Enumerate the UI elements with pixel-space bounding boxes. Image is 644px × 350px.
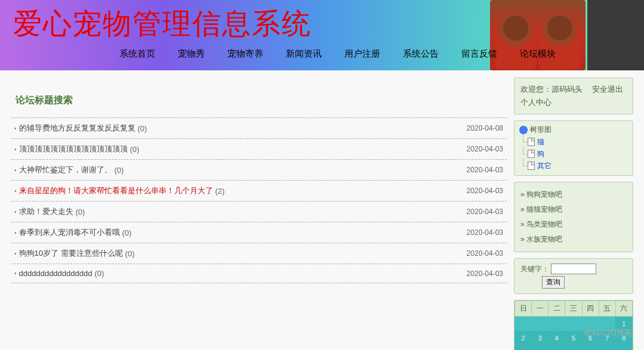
forum-row[interactable]: •来自星星的狗！请大家帮忙看看是什么串串！几个月大了 (2)2020-04-03 xyxy=(11,181,507,202)
nav-item-4[interactable]: 用户注册 xyxy=(344,48,380,60)
forum-post-date: 2020-04-03 xyxy=(467,228,503,237)
calendar-day[interactable]: 10 xyxy=(532,345,549,350)
forum-post-count: (0) xyxy=(125,249,135,258)
keyword-search-panel: 关键字： 查询 xyxy=(514,258,633,294)
forum-row[interactable]: •顶顶顶顶顶顶顶顶顶顶顶顶顶顶 (0)2020-04-03 xyxy=(11,139,507,160)
forum-post-date: 2020-04-08 xyxy=(467,124,503,132)
main-content: 论坛标题搜索 •的辅导费地方反反复复发反反复复 (0)2020-04-08•顶顶… xyxy=(11,78,507,350)
header-dark-strip xyxy=(587,0,644,70)
nav-item-7[interactable]: 论坛模块 xyxy=(520,48,556,60)
calendar-weekday: 六 xyxy=(615,301,632,317)
logout-link[interactable]: 安全退出 xyxy=(592,85,623,94)
keyword-label: 关键字： xyxy=(520,264,549,274)
tree-child-label: 其它 xyxy=(537,160,551,172)
forum-post-title: 狗狗10岁了 需要注意些什么呢 xyxy=(19,248,123,259)
nav-item-3[interactable]: 新闻资讯 xyxy=(286,48,322,60)
forum-post-title: 的辅导费地方反反复复发反反复复 xyxy=(19,123,135,134)
forum-row[interactable]: •大神帮忙鉴定下，谢谢了。 (0)2020-04-03 xyxy=(11,160,507,181)
forum-row[interactable]: •ddddddddddddddddd (0)2020-04-03 xyxy=(11,264,507,283)
calendar-day[interactable]: 14 xyxy=(599,345,615,350)
file-icon xyxy=(528,162,535,170)
forum-post-title: 大神帮忙鉴定下，谢谢了。 xyxy=(19,165,112,175)
forum-post-count: (0) xyxy=(76,207,85,216)
welcome-prefix: 欢迎您： xyxy=(520,85,551,94)
tree-child[interactable]: 猫 xyxy=(519,136,628,148)
nav-item-5[interactable]: 系统公告 xyxy=(403,48,439,60)
forum-post-title: ddddddddddddddddd xyxy=(19,269,93,278)
calendar-day xyxy=(549,317,565,332)
forum-post-count: (0) xyxy=(115,166,124,175)
calendar-day xyxy=(515,317,532,332)
calendar-day[interactable]: 5 xyxy=(565,331,582,345)
calendar-day[interactable]: 9 xyxy=(515,345,532,350)
bullet-icon: • xyxy=(14,250,17,257)
forum-row[interactable]: •的辅导费地方反反复复发反反复复 (0)2020-04-08 xyxy=(11,118,507,139)
calendar-day[interactable]: 11 xyxy=(549,345,565,350)
bullet-icon: • xyxy=(14,125,17,132)
nav-item-1[interactable]: 宠物秀 xyxy=(178,48,205,60)
calendar-weekday: 三 xyxy=(565,301,582,317)
calendar-day[interactable]: 12 xyxy=(565,345,582,350)
profile-link[interactable]: 个人中心 xyxy=(520,96,627,109)
forum-post-title: 求助！爱犬走失 xyxy=(19,206,73,217)
forum-post-title: 来自星星的狗！请大家帮忙看看是什么串串！几个月大了 xyxy=(19,185,213,196)
forum-post-title: 春季到来人宠消毒不可小看哦 xyxy=(19,227,120,238)
globe-icon xyxy=(519,126,528,134)
category-link[interactable]: » 鸟类宠物吧 xyxy=(520,217,627,232)
tree-root[interactable]: 树形图 xyxy=(519,125,628,135)
bullet-icon: • xyxy=(14,146,17,153)
calendar-day[interactable]: 15 xyxy=(615,345,632,350)
calendar-day xyxy=(565,317,582,332)
calendar-widget: 日一二三四五六 12345678910111213141516171819202… xyxy=(514,300,633,350)
forum-post-title: 顶顶顶顶顶顶顶顶顶顶顶顶顶顶 xyxy=(19,144,128,154)
category-link[interactable]: » 狗狗宠物吧 xyxy=(520,187,627,202)
bullet-icon: • xyxy=(14,167,17,174)
watermark: @51CTO博客 xyxy=(584,327,632,338)
calendar-day[interactable]: 13 xyxy=(582,345,599,350)
nav-item-2[interactable]: 宠物寄养 xyxy=(227,48,263,60)
calendar-weekday: 日 xyxy=(515,301,532,317)
forum-row[interactable]: •求助！爱犬走失 (0)2020-04-03 xyxy=(11,202,507,222)
forum-post-date: 2020-04-03 xyxy=(467,145,503,153)
forum-post-count: (0) xyxy=(138,124,147,133)
forum-row[interactable]: •春季到来人宠消毒不可小看哦 (0)2020-04-03 xyxy=(11,222,507,243)
welcome-panel: 欢迎您：源码码头 安全退出 个人中心 xyxy=(514,78,633,114)
category-link[interactable]: » 水族宠物吧 xyxy=(520,232,627,247)
file-icon xyxy=(528,138,535,146)
forum-post-count: (0) xyxy=(94,269,104,278)
tree-child-label: 狗 xyxy=(537,148,544,160)
tree-child[interactable]: 其它 xyxy=(519,160,628,172)
forum-row[interactable]: •狗狗10岁了 需要注意些什么呢 (0)2020-04-03 xyxy=(11,243,507,264)
forum-post-date: 2020-04-03 xyxy=(467,207,503,216)
forum-post-date: 2020-04-03 xyxy=(467,249,503,258)
bullet-icon: • xyxy=(14,209,17,215)
bullet-icon: • xyxy=(14,188,17,194)
calendar-weekday: 四 xyxy=(582,301,599,317)
nav-item-0[interactable]: 系统首页 xyxy=(119,48,155,60)
calendar-day[interactable]: 3 xyxy=(532,331,549,345)
calendar-day[interactable]: 2 xyxy=(515,331,532,345)
site-title: 爱心宠物管理信息系统 xyxy=(0,0,312,43)
calendar-weekday: 一 xyxy=(532,301,549,317)
forum-post-date: 2020-04-03 xyxy=(467,166,503,174)
keyword-input[interactable] xyxy=(551,264,596,274)
tree-child-label: 猫 xyxy=(537,136,544,148)
header-pet-image xyxy=(490,0,586,70)
calendar-day xyxy=(532,317,549,332)
tree-child[interactable]: 狗 xyxy=(519,148,628,160)
bullet-icon: • xyxy=(14,270,17,277)
category-link[interactable]: » 猫猫宠物吧 xyxy=(520,202,627,217)
forum-post-date: 2020-04-03 xyxy=(467,270,503,278)
tree-root-label: 树形图 xyxy=(530,125,551,135)
calendar-day[interactable]: 4 xyxy=(549,331,565,345)
tree-panel: 树形图 猫狗其它 xyxy=(514,120,633,176)
calendar-table: 日一二三四五六 12345678910111213141516171819202… xyxy=(514,301,633,350)
main-nav: 系统首页宠物秀宠物寄养新闻资讯用户注册系统公告留言反馈论坛模块 xyxy=(0,48,644,60)
category-panel: » 狗狗宠物吧» 猫猫宠物吧» 鸟类宠物吧» 水族宠物吧 xyxy=(514,182,633,252)
header-banner: 爱心宠物管理信息系统 系统首页宠物秀宠物寄养新闻资讯用户注册系统公告留言反馈论坛… xyxy=(0,0,644,70)
file-icon xyxy=(528,150,535,158)
sidebar: 欢迎您：源码码头 安全退出 个人中心 树形图 猫狗其它 » 狗狗宠物吧» 猫猫宠… xyxy=(514,78,633,350)
forum-post-list: •的辅导费地方反反复复发反反复复 (0)2020-04-08•顶顶顶顶顶顶顶顶顶… xyxy=(11,117,507,283)
nav-item-6[interactable]: 留言反馈 xyxy=(461,48,497,60)
search-button[interactable]: 查询 xyxy=(542,276,565,289)
